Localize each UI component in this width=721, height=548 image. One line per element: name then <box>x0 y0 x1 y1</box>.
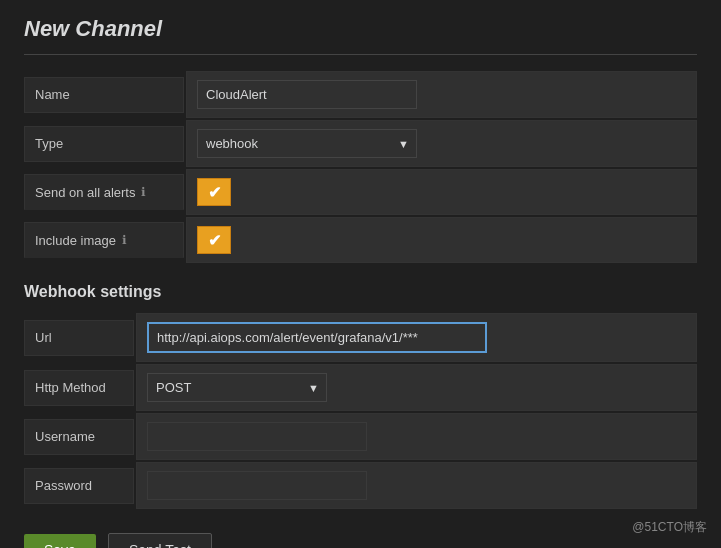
send-all-alerts-value-cell: ✔ <box>186 169 697 215</box>
type-select[interactable]: webhook email slack pagerduty <box>197 129 417 158</box>
include-image-info-icon[interactable]: ℹ <box>122 233 127 247</box>
method-select[interactable]: POST GET PUT <box>147 373 327 402</box>
method-label: Http Method <box>24 370 134 406</box>
title-divider <box>24 54 697 55</box>
name-value-cell <box>186 71 697 118</box>
url-input[interactable] <box>147 322 487 353</box>
url-label: Url <box>24 320 134 356</box>
page-title: New Channel <box>24 16 697 42</box>
url-value-cell <box>136 313 697 362</box>
password-input[interactable] <box>147 471 367 500</box>
type-row: Type webhook email slack pagerduty ▼ <box>24 120 697 167</box>
password-label: Password <box>24 468 134 504</box>
username-label: Username <box>24 419 134 455</box>
include-image-label: Include image ℹ <box>24 222 184 258</box>
send-all-alerts-checkbox[interactable]: ✔ <box>197 178 231 206</box>
include-image-checkmark-icon: ✔ <box>208 231 221 250</box>
name-label: Name <box>24 77 184 113</box>
url-row: Url <box>24 313 697 362</box>
username-value-cell <box>136 413 697 460</box>
save-button[interactable]: Save <box>24 534 96 548</box>
include-image-checkbox[interactable]: ✔ <box>197 226 231 254</box>
method-select-wrapper: POST GET PUT ▼ <box>147 373 327 402</box>
include-image-value-cell: ✔ <box>186 217 697 263</box>
username-input[interactable] <box>147 422 367 451</box>
username-row: Username <box>24 413 697 460</box>
type-select-wrapper: webhook email slack pagerduty ▼ <box>197 129 417 158</box>
password-value-cell <box>136 462 697 509</box>
watermark: @51CTO博客 <box>632 519 707 536</box>
send-all-alerts-label: Send on all alerts ℹ <box>24 174 184 210</box>
send-test-button[interactable]: Send Test <box>108 533 212 548</box>
password-row: Password <box>24 462 697 509</box>
webhook-section-title: Webhook settings <box>24 283 697 301</box>
name-input[interactable] <box>197 80 417 109</box>
type-value-cell: webhook email slack pagerduty ▼ <box>186 120 697 167</box>
basic-form-section: Name Type webhook email slack pagerduty … <box>24 71 697 263</box>
type-label: Type <box>24 126 184 162</box>
method-value-cell: POST GET PUT ▼ <box>136 364 697 411</box>
send-all-alerts-checkmark-icon: ✔ <box>208 183 221 202</box>
actions-row: Save Send Test <box>24 533 697 548</box>
method-row: Http Method POST GET PUT ▼ <box>24 364 697 411</box>
name-row: Name <box>24 71 697 118</box>
send-all-alerts-row: Send on all alerts ℹ ✔ <box>24 169 697 215</box>
include-image-row: Include image ℹ ✔ <box>24 217 697 263</box>
webhook-section: Webhook settings Url Http Method POST GE… <box>24 283 697 509</box>
send-all-alerts-info-icon[interactable]: ℹ <box>141 185 146 199</box>
